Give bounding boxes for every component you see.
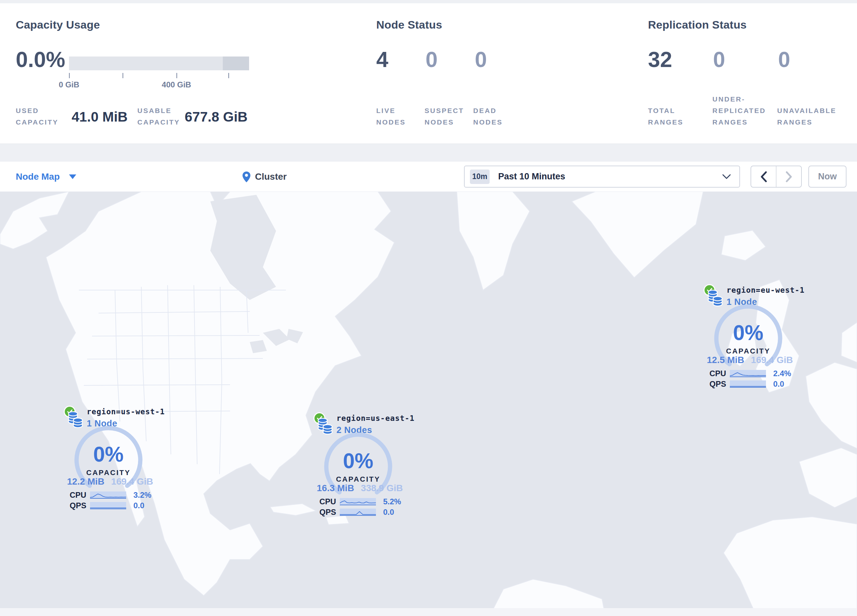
region-marker-us-west-1[interactable]: region=us-west-1 1 Node 0% CAPACITY 12.2… xyxy=(66,410,164,519)
region-used-capacity: 16.3 MiB xyxy=(317,483,354,494)
capacity-usage-percent: 0.0% xyxy=(16,49,65,70)
region-marker-us-east-1[interactable]: region=us-east-1 2 Nodes 0% CAPACITY 16.… xyxy=(316,417,414,525)
time-range-label: Past 10 Minutes xyxy=(498,171,565,182)
cpu-sparkline xyxy=(90,491,126,499)
chevron-down-icon xyxy=(722,174,731,179)
next-range-button[interactable] xyxy=(776,166,801,187)
region-used-capacity: 12.5 MiB xyxy=(707,355,744,365)
view-selector-dropdown[interactable]: Node Map xyxy=(16,162,76,192)
cpu-value: 2.4% xyxy=(773,369,791,378)
capacity-axis-tick xyxy=(176,73,177,78)
unavailable-ranges-count: 0 xyxy=(778,49,790,70)
qps-label: QPS xyxy=(70,501,89,510)
region-capacity-label: CAPACITY xyxy=(72,468,145,477)
live-nodes-count: 4 xyxy=(376,49,388,70)
capacity-axis-label-0: 0 GiB xyxy=(59,80,79,90)
region-total-capacity: 338.9 GiB xyxy=(361,483,403,494)
replication-status-title: Replication Status xyxy=(648,19,747,31)
cpu-sparkline xyxy=(730,370,766,377)
chevron-right-icon xyxy=(785,171,793,182)
qps-value: 0.0 xyxy=(383,508,394,517)
time-range-nav xyxy=(750,165,802,188)
map-bottom-strip xyxy=(0,608,857,616)
qps-value: 0.0 xyxy=(773,380,784,389)
cpu-label: CPU xyxy=(70,491,89,500)
total-ranges-count: 32 xyxy=(648,49,672,70)
qps-value: 0.0 xyxy=(133,501,144,510)
region-marker-eu-west-1[interactable]: region=eu-west-1 1 Node 0% CAPACITY 12.5… xyxy=(705,289,804,397)
chevron-down-icon xyxy=(69,174,76,179)
usable-capacity-value: 677.8 GiB xyxy=(185,109,248,125)
location-pin-icon xyxy=(243,171,251,182)
time-range-badge: 10m xyxy=(470,170,490,184)
cpu-label: CPU xyxy=(710,369,729,378)
node-status-title: Node Status xyxy=(376,19,442,31)
total-ranges-label: TOTAL RANGES xyxy=(648,105,684,128)
used-capacity-value: 41.0 MiB xyxy=(72,109,127,125)
map-toolbar: Node Map Cluster 10m Past 10 Minutes Now xyxy=(0,162,857,192)
region-capacity-percent: 0% xyxy=(72,442,145,466)
suspect-nodes-label: SUSPECT NODES xyxy=(425,105,464,128)
region-capacity-percent: 0% xyxy=(322,449,394,473)
cpu-value: 3.2% xyxy=(133,491,152,500)
cluster-summary-panel: Capacity Usage 0.0% 0 GiB 400 GiB USED C… xyxy=(0,3,857,144)
qps-sparkline xyxy=(90,502,126,509)
dead-nodes-count: 0 xyxy=(475,49,487,70)
cpu-label: CPU xyxy=(319,497,339,506)
under-replicated-ranges-count: 0 xyxy=(713,49,725,70)
live-nodes-label: LIVE NODES xyxy=(376,105,406,128)
now-button[interactable]: Now xyxy=(808,165,846,188)
usable-capacity-label: USABLE CAPACITY xyxy=(138,105,180,128)
capacity-axis-tick xyxy=(122,73,123,78)
region-total-capacity: 169.4 GiB xyxy=(111,476,153,487)
region-capacity-label: CAPACITY xyxy=(322,475,394,483)
world-map xyxy=(0,191,857,616)
region-label: region=us-east-1 xyxy=(337,414,415,423)
region-label: region=us-west-1 xyxy=(87,408,165,416)
breadcrumb[interactable]: Cluster xyxy=(243,162,286,192)
unavailable-ranges-label: UNAVAILABLE RANGES xyxy=(777,105,836,128)
breadcrumb-label: Cluster xyxy=(255,171,286,182)
dead-nodes-label: DEAD NODES xyxy=(473,105,503,128)
qps-sparkline xyxy=(340,509,376,516)
used-capacity-label: USED CAPACITY xyxy=(16,105,59,128)
prev-range-button[interactable] xyxy=(751,166,776,187)
chevron-left-icon xyxy=(760,171,767,182)
view-selector-label: Node Map xyxy=(16,171,60,182)
capacity-axis-tick xyxy=(69,73,70,78)
node-map: region=us-west-1 1 Node 0% CAPACITY 12.2… xyxy=(0,191,857,616)
time-range-dropdown[interactable]: 10m Past 10 Minutes xyxy=(464,165,740,188)
qps-sparkline xyxy=(730,380,766,388)
capacity-usage-bar-segment xyxy=(223,57,249,70)
region-label: region=eu-west-1 xyxy=(727,286,805,294)
capacity-usage-bar xyxy=(69,57,249,70)
capacity-axis-tick xyxy=(228,73,229,78)
cpu-sparkline xyxy=(340,498,376,505)
region-total-capacity: 169.4 GiB xyxy=(751,355,793,365)
under-replicated-ranges-label: UNDER- REPLICATED RANGES xyxy=(712,93,766,128)
capacity-usage-title: Capacity Usage xyxy=(16,19,100,31)
suspect-nodes-count: 0 xyxy=(425,49,438,70)
region-capacity-label: CAPACITY xyxy=(712,347,784,355)
cpu-value: 5.2% xyxy=(383,497,401,506)
qps-label: QPS xyxy=(710,380,729,389)
capacity-axis-label-400: 400 GiB xyxy=(162,80,191,90)
qps-label: QPS xyxy=(319,508,339,517)
region-used-capacity: 12.2 MiB xyxy=(67,476,105,487)
region-capacity-percent: 0% xyxy=(712,321,784,345)
